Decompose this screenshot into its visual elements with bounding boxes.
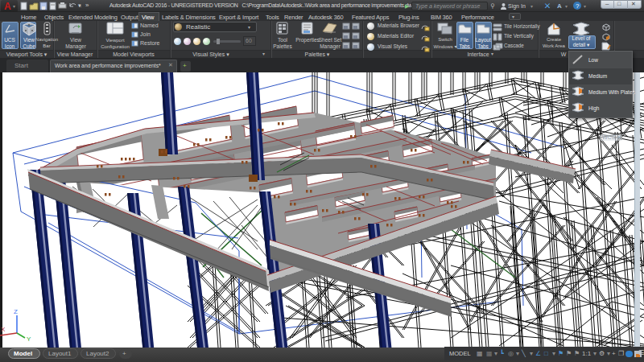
svg-text:X: X <box>1 326 6 333</box>
svg-text:Y: Y <box>27 335 31 343</box>
svg-text:Z: Z <box>14 308 18 315</box>
